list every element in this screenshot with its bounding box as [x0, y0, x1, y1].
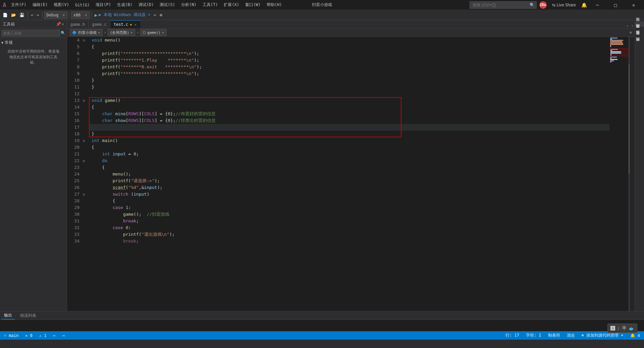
code-line-10[interactable]: } — [89, 77, 609, 84]
encoding[interactable]: 混合 — [566, 333, 576, 338]
code-line-14[interactable]: { — [89, 104, 609, 111]
menu-file[interactable]: 文件(F) — [8, 1, 29, 8]
code-line-21[interactable]: int input = 0; — [89, 151, 609, 157]
menu-tools[interactable]: 工具(T) — [200, 1, 221, 8]
code-line-26[interactable]: scanf("%d",&input); — [89, 184, 609, 191]
code-line-5[interactable]: { — [89, 44, 609, 50]
source-control-btn[interactable]: ⊕ 添加到源代码管理 ▾ — [580, 333, 625, 338]
tab-scroll-right[interactable]: › — [630, 23, 635, 28]
tab-game-c[interactable]: game.c — [89, 20, 110, 28]
collapse-switch-icon[interactable]: ⊟ — [83, 191, 85, 198]
menu-test[interactable]: 测试(S) — [157, 1, 178, 8]
nav-back[interactable]: ← — [52, 333, 57, 338]
right-panel-2[interactable]: 调用层次结构 — [635, 28, 644, 33]
code-line-34[interactable]: break; — [89, 238, 609, 245]
tab-close-test-c[interactable]: ✕ — [134, 22, 137, 27]
code-line-18[interactable]: } — [89, 131, 609, 137]
right-panel-3[interactable]: 代码定义窗口 — [635, 35, 644, 40]
minimize-button[interactable]: ─ — [590, 0, 605, 10]
code-line-25[interactable]: printf("请选择:>"); — [89, 178, 609, 184]
tab-game-h[interactable]: game.h — [67, 20, 89, 28]
output-tab-output[interactable]: 输出 — [1, 312, 15, 320]
open-file-button[interactable]: 📂 — [10, 11, 17, 19]
file-nav-dropdown[interactable]: 🔷 扫雷小游戏 ▾ — [70, 29, 103, 36]
code-line-28[interactable]: { — [89, 198, 609, 204]
code-line-13[interactable]: void game() — [89, 97, 609, 104]
code-line-4[interactable]: void menu() — [89, 37, 609, 44]
liveshare-button[interactable]: ⇆ Live Share — [549, 2, 579, 8]
code-line-8[interactable]: printf("*******0.exit *********\n"); — [89, 64, 609, 70]
sidebar-close-icon[interactable]: ✕ — [62, 22, 64, 26]
collapse-menu-icon[interactable]: ⊟ — [83, 37, 85, 44]
menu-debug[interactable]: 调试(D) — [136, 1, 157, 8]
close-button[interactable]: ✕ — [626, 0, 641, 10]
code-line-22[interactable]: do — [89, 157, 609, 164]
menu-view[interactable]: 视图(V) — [51, 1, 72, 8]
tab-test-c[interactable]: test.c ● ✕ — [110, 20, 141, 28]
notification-count[interactable]: 🔔 4 — [629, 333, 641, 338]
menu-build[interactable]: 生成(B) — [114, 1, 135, 8]
save-button[interactable]: 💾 — [18, 11, 26, 19]
sidebar-pin-icon[interactable]: 📌 — [56, 22, 61, 26]
menu-git[interactable]: Git(G) — [72, 2, 92, 8]
error-count[interactable]: ✕ 0 — [24, 333, 34, 338]
code-line-6[interactable]: printf("************************\n"); — [89, 50, 609, 57]
minimap[interactable] — [609, 37, 630, 311]
right-panel-1[interactable]: 属性 — [635, 21, 644, 27]
new-file-button[interactable]: 📄 — [1, 11, 9, 19]
git-branch[interactable]: ⑂ main — [3, 333, 20, 338]
editor-expand-icon[interactable]: ⊕ — [630, 30, 632, 35]
code-line-12[interactable] — [89, 90, 609, 97]
code-line-16[interactable]: char show[ROWS][COLS] = {0};//排查出的雷的信息 — [89, 117, 609, 124]
platform-dropdown[interactable]: x86 ▾ — [71, 11, 90, 19]
code-line-27[interactable]: switch (input) — [89, 191, 609, 198]
code-line-23[interactable]: { — [89, 164, 609, 171]
menu-edit[interactable]: 编辑(E) — [30, 1, 51, 8]
function-nav-dropdown[interactable]: ⬡ game() ▾ — [140, 29, 166, 36]
code-line-32[interactable]: case 0: — [89, 224, 609, 231]
code-line-29[interactable]: case 1: — [89, 204, 609, 211]
menu-window[interactable]: 窗口(W) — [243, 1, 263, 8]
right-panel-4[interactable]: 文档大纲 — [635, 42, 644, 47]
toolbox-section-header[interactable]: ▼ 常规 — [1, 39, 65, 46]
code-line-31[interactable]: break; — [89, 218, 609, 224]
tab-type[interactable]: 制表符 — [547, 333, 561, 338]
menu-project[interactable]: 项目(P) — [93, 1, 114, 8]
code-area[interactable]: void menu() { printf("******************… — [89, 37, 609, 311]
tab-scroll-left[interactable]: ‹ — [625, 23, 630, 28]
debug-config-dropdown[interactable]: Debug ▾ — [44, 11, 67, 19]
cursor-row[interactable]: 行: 17 — [504, 333, 521, 338]
restore-button[interactable]: □ — [608, 0, 623, 10]
code-line-20[interactable]: { — [89, 144, 609, 151]
user-avatar[interactable]: IRo — [539, 1, 547, 9]
global-search-input[interactable] — [470, 1, 537, 9]
menu-help[interactable]: 帮助(H) — [264, 1, 285, 8]
menu-analyze[interactable]: 分析(N) — [178, 1, 199, 8]
menu-extensions[interactable]: 扩展(X) — [221, 1, 242, 8]
code-line-19[interactable]: int main() — [89, 137, 609, 144]
format-button[interactable]: ⊞ — [159, 11, 164, 19]
output-tab-errors[interactable]: 错误列表 — [17, 312, 39, 320]
code-line-24[interactable]: menu(); — [89, 171, 609, 178]
cursor-col[interactable]: 字符: 1 — [525, 333, 543, 338]
undo-button[interactable]: ↩ — [30, 11, 35, 19]
code-line-30[interactable]: game(); //扫雷游戏 — [89, 211, 609, 218]
code-line-33[interactable]: printf("退出游戏\n"); — [89, 231, 609, 238]
notification-icon[interactable]: 🔔 — [581, 2, 587, 8]
code-line-17[interactable] — [89, 124, 609, 131]
minimap-scrollbar-thumb[interactable] — [629, 64, 630, 174]
code-line-9[interactable]: printf("************************\n"); — [89, 70, 609, 77]
nav-forward[interactable]: → — [61, 333, 66, 338]
warning-count[interactable]: ⚠ 1 — [38, 333, 48, 338]
scope-nav-dropdown[interactable]: (全局范围) ▾ — [108, 29, 135, 36]
code-line-15[interactable]: char mine[ROWS][COLS] = {0};//布置好的雷的信息 — [89, 111, 609, 117]
redo-button[interactable]: ↪ — [35, 11, 40, 19]
toolbox-search-input[interactable] — [1, 30, 60, 37]
code-line-11[interactable]: } — [89, 84, 609, 90]
code-line-7[interactable]: printf("*******1.Play *******\n"); — [89, 57, 609, 64]
collapse-do-icon[interactable]: ⊟ — [83, 157, 85, 164]
play-button[interactable]: ▶ ▶ 本地 Windows 调试器 ▾ — [93, 11, 152, 19]
collapse-main-icon[interactable]: ⊟ — [83, 137, 85, 144]
collapse-game-icon[interactable]: ⊟ — [83, 97, 85, 104]
snippet-button[interactable]: ✂ — [152, 11, 158, 19]
